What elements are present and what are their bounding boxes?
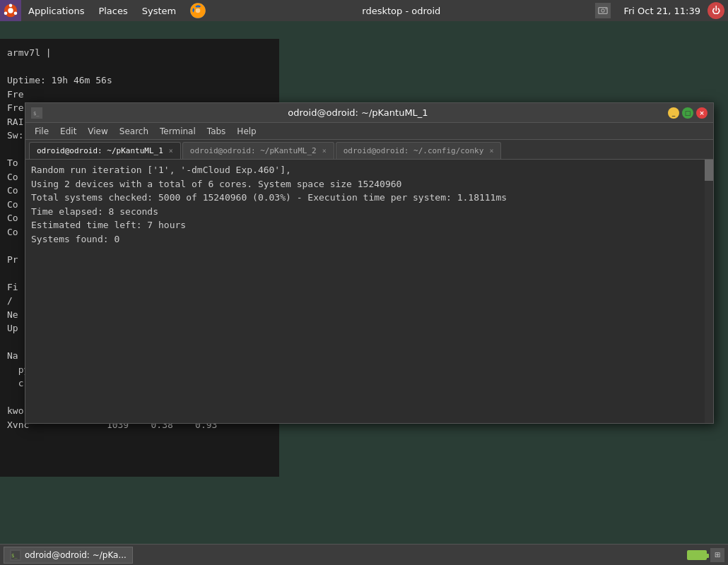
applications-menu[interactable]: Applications [21,0,91,21]
tab-2[interactable]: odroid@odroid: ~/pKantuML_2 × [182,142,334,159]
svg-point-4 [4,11,8,15]
places-menu[interactable]: Places [91,0,134,21]
svg-point-3 [14,11,18,15]
close-button[interactable]: × [696,107,708,119]
terminal-output: Random run iteration ['1', '-dmCloud Exp… [31,163,708,246]
menu-terminal[interactable]: Terminal [154,123,201,139]
panel-left: Applications Places System [0,0,207,21]
svg-point-2 [9,4,13,7]
system-menu[interactable]: System [135,0,183,21]
bg-line-uptime: Uptime: 19h 46m 56s [7,73,272,88]
menu-help[interactable]: Help [231,123,262,139]
panel-clock: Fri Oct 21, 11:39 [616,6,708,16]
battery-icon [687,550,707,560]
power-button[interactable]: ⏻ [708,2,724,19]
bg-line-1: armv7l | [7,46,272,60]
taskbar-terminal-icon: $_ [10,549,21,561]
terminal-window-title: odroid@odroid: ~/pKantuML_1 [48,107,668,118]
svg-point-10 [606,8,607,10]
taskbar-item-label: odroid@odroid: ~/pKa... [25,550,127,560]
taskbar-terminal-item[interactable]: $_ odroid@odroid: ~/pKa... [4,547,133,564]
panel-title: rdesktop - odroid [207,6,595,16]
menu-view[interactable]: View [82,123,113,139]
tab-2-close[interactable]: × [322,148,327,155]
top-panel: Applications Places System rdesktop - od… [0,0,728,21]
terminal-titlebar: $_ odroid@odroid: ~/pKantuML_1 _ □ × [25,103,713,123]
terminal-controls: _ □ × [668,107,708,119]
tab-2-label: odroid@odroid: ~/pKantuML_2 [190,146,317,155]
scrollbar[interactable] [705,160,713,423]
taskbar-right: ⊞ [687,548,724,562]
tab-3[interactable]: odroid@odroid: ~/.config/conky × [336,142,502,159]
tab-1[interactable]: odroid@odroid: ~/pKantuML_1 × [29,142,181,159]
panel-right: Fri Oct 21, 11:39 ⏻ [595,0,728,21]
screenshot-icon[interactable] [595,3,611,18]
bg-line-2 [7,60,272,74]
taskbar-corner[interactable]: ⊞ [710,548,724,562]
tab-1-label: odroid@odroid: ~/pKantuML_1 [37,146,163,155]
terminal-window-icon: $_ [31,107,42,119]
svg-point-9 [601,9,604,12]
distro-icon[interactable] [0,0,21,21]
tab-3-close[interactable]: × [489,148,493,155]
terminal-content[interactable]: Random run iteration ['1', '-dmCloud Exp… [25,160,713,423]
menu-tabs[interactable]: Tabs [201,123,232,139]
svg-text:$_: $_ [33,111,40,117]
svg-point-7 [196,8,201,13]
menu-edit[interactable]: Edit [54,123,82,139]
desktop: Applications Places System rdesktop - od… [0,0,728,565]
tab-1-close[interactable]: × [169,148,173,155]
svg-point-1 [8,8,13,13]
terminal-menubar: File Edit View Search Terminal Tabs Help [25,123,713,140]
maximize-button[interactable]: □ [682,107,693,119]
tab-3-label: odroid@odroid: ~/.config/conky [344,146,484,155]
terminal-tabs: odroid@odroid: ~/pKantuML_1 × odroid@odr… [25,140,713,160]
minimize-button[interactable]: _ [668,107,679,119]
menu-file[interactable]: File [29,123,54,139]
scrollbar-thumb[interactable] [705,160,713,181]
firefox-icon[interactable] [189,1,207,20]
taskbar: $_ odroid@odroid: ~/pKa... ⊞ [0,544,728,565]
terminal-window: $_ odroid@odroid: ~/pKantuML_1 _ □ × Fil… [25,102,714,424]
bg-line-fre1: Fre [7,88,272,102]
menu-search[interactable]: Search [114,123,154,139]
svg-text:$_: $_ [11,553,18,559]
